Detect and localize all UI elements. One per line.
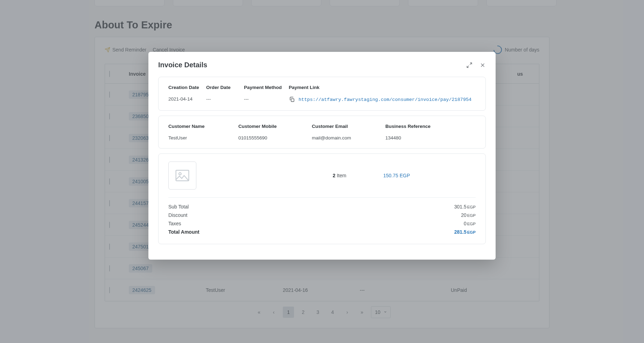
label-sub-total: Sub Total — [168, 204, 189, 210]
value-order-date: --- — [206, 96, 244, 103]
label-business-ref: Business Reference — [385, 124, 476, 129]
modal-title: Invoice Details — [158, 61, 207, 69]
value-customer-mobile: 01015555690 — [238, 135, 312, 140]
value-sub-total: 301.5EGP — [454, 204, 476, 210]
value-total: 281.5EGP — [454, 229, 476, 235]
value-taxes: 0EGP — [464, 221, 476, 226]
label-total: Total Amount — [168, 229, 200, 235]
item-qty: 2 Item — [296, 173, 383, 178]
payment-info-card: Creation Date Order Date Payment Method … — [158, 77, 486, 111]
value-discount: 20EGP — [461, 212, 476, 218]
item-thumbnail — [168, 162, 196, 190]
label-customer-mobile: Customer Mobile — [238, 124, 312, 129]
divider — [168, 197, 476, 198]
svg-rect-0 — [291, 99, 294, 102]
image-icon — [175, 170, 189, 181]
label-discount: Discount — [168, 212, 187, 218]
label-customer-name: Customer Name — [168, 124, 238, 129]
value-customer-email: mail@domain.com — [312, 135, 385, 140]
customer-info-card: Customer Name Customer Mobile Customer E… — [158, 116, 486, 149]
label-customer-email: Customer Email — [312, 124, 385, 129]
svg-point-2 — [179, 173, 181, 175]
item-price: 150.75 EGP — [383, 173, 476, 178]
value-business-ref: 134480 — [385, 135, 476, 140]
close-icon[interactable] — [479, 62, 486, 68]
payment-link[interactable]: https://atfawry.fawrystaging.com/consume… — [299, 97, 471, 102]
items-card: 2 Item 150.75 EGP Sub Total 301.5EGP Dis… — [158, 153, 486, 244]
label-payment-link: Payment Link — [289, 85, 476, 90]
label-order-date: Order Date — [206, 85, 244, 90]
invoice-details-modal: Invoice Details Creation Date Order Date… — [148, 52, 496, 260]
copy-icon[interactable] — [289, 96, 295, 103]
label-creation-date: Creation Date — [168, 85, 206, 90]
label-taxes: Taxes — [168, 221, 181, 226]
value-payment-method: --- — [244, 96, 289, 103]
label-payment-method: Payment Method — [244, 85, 289, 90]
value-creation-date: 2021-04-14 — [168, 96, 206, 103]
expand-icon[interactable] — [466, 62, 472, 68]
value-customer-name: TestUser — [168, 135, 238, 140]
